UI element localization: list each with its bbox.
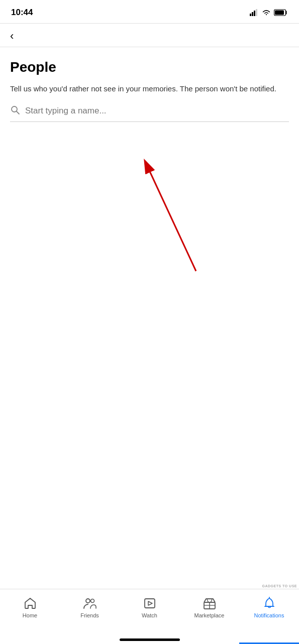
friends-icon: [83, 596, 97, 610]
page-title: People: [10, 59, 289, 75]
nav-item-marketplace[interactable]: Marketplace: [179, 594, 239, 618]
nav-label-notifications: Notifications: [254, 612, 284, 618]
svg-rect-3: [256, 9, 257, 16]
page-description: Tell us who you'd rather not see in your…: [10, 83, 289, 95]
back-chevron-icon: ‹: [10, 30, 14, 42]
svg-point-11: [90, 599, 94, 603]
back-button[interactable]: ‹: [0, 24, 24, 47]
signal-icon: [250, 9, 259, 16]
svg-rect-12: [145, 599, 155, 608]
status-time: 10:44: [11, 8, 33, 18]
nav-item-watch[interactable]: Watch: [120, 594, 179, 618]
search-input[interactable]: [25, 106, 289, 116]
svg-line-7: [17, 111, 19, 114]
svg-rect-0: [250, 14, 251, 16]
watch-icon: [143, 596, 157, 610]
nav-item-notifications[interactable]: Notifications: [239, 594, 299, 618]
svg-point-6: [12, 106, 17, 112]
nav-item-friends[interactable]: Friends: [60, 594, 120, 618]
nav-label-home: Home: [23, 612, 37, 618]
marketplace-icon: [203, 596, 217, 610]
watermark: GADGETS TO USE: [262, 584, 297, 588]
annotation-arrow: [0, 141, 299, 291]
top-divider: [0, 23, 299, 24]
nav-item-home[interactable]: Home: [0, 594, 60, 618]
nav-label-watch: Watch: [142, 612, 157, 618]
search-icon: [10, 105, 20, 117]
svg-marker-13: [148, 601, 152, 605]
nav-label-marketplace: Marketplace: [194, 612, 225, 618]
svg-rect-2: [254, 11, 255, 16]
main-content: People Tell us who you'd rather not see …: [0, 47, 299, 130]
nav-label-friends: Friends: [80, 612, 99, 618]
svg-rect-5: [275, 11, 284, 15]
battery-icon: [274, 9, 288, 16]
home-indicator-bar: [120, 638, 180, 641]
search-container: [10, 105, 289, 122]
home-icon: [23, 596, 37, 610]
svg-point-10: [86, 599, 90, 603]
status-icons: [250, 9, 288, 16]
notifications-icon: [262, 596, 276, 610]
bottom-nav: Home Friends Watch: [0, 589, 299, 644]
wifi-icon: [262, 9, 271, 16]
status-bar: 10:44: [0, 0, 299, 23]
svg-rect-1: [252, 12, 253, 16]
svg-line-9: [148, 168, 196, 271]
